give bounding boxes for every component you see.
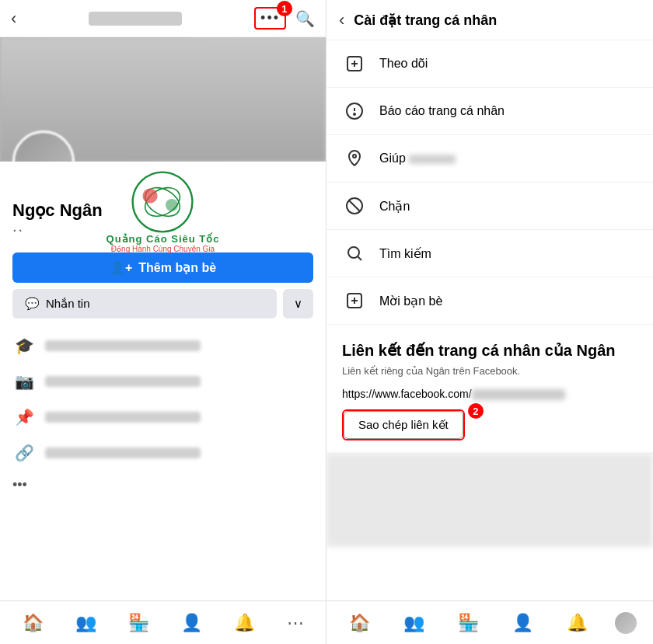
pinterest-content xyxy=(45,412,201,423)
right-nav-friends-icon[interactable]: 👥 xyxy=(397,607,431,639)
right-back-button[interactable]: ‹ xyxy=(339,10,344,30)
nav-notifications-icon[interactable]: 🔔 xyxy=(228,607,261,639)
pinterest-icon: 📌 xyxy=(12,406,36,429)
instagram-icon: 📷 xyxy=(12,370,36,393)
profile-info: Ngọc Ngân ·· xyxy=(0,162,326,246)
svg-point-14 xyxy=(348,247,359,258)
message-button[interactable]: 💬 Nhắn tin xyxy=(12,289,277,319)
svg-line-13 xyxy=(349,200,360,211)
more-options-icon[interactable]: ••• xyxy=(260,10,280,26)
follow-label: Theo dõi xyxy=(379,57,428,71)
svg-point-11 xyxy=(353,155,356,158)
message-label: Nhắn tin xyxy=(46,297,90,311)
left-panel: ‹ ••• 1 🔍 Ngọc Ngân ·· 👤+ Thêm bạn bè 💬 … xyxy=(0,0,326,644)
menu-item-follow[interactable]: Theo dõi xyxy=(326,40,653,88)
more-actions-button[interactable]: ∨ xyxy=(283,289,313,319)
nav-profile-icon[interactable]: 👤 xyxy=(175,607,208,639)
block-label: Chặn xyxy=(379,199,410,214)
education-icon: 🎓 xyxy=(12,334,36,357)
social-item-link: 🔗 xyxy=(12,441,313,465)
help-label: Giúp xyxy=(379,151,456,165)
svg-line-15 xyxy=(358,257,362,261)
right-nav-avatar[interactable] xyxy=(615,612,637,634)
invite-label: Mời bạn bè xyxy=(379,294,442,308)
right-nav-marketplace-icon[interactable]: 🏪 xyxy=(452,607,485,639)
report-label: Báo cáo trang cá nhân xyxy=(379,104,505,118)
more-options-wrapper: ••• 1 xyxy=(254,7,286,30)
right-nav-notifications-icon[interactable]: 🔔 xyxy=(560,607,594,639)
right-panel: ‹ Cài đặt trang cá nhân Theo dõi xyxy=(326,0,653,644)
left-header: ‹ ••• 1 🔍 xyxy=(0,0,326,37)
step1-badge: 1 xyxy=(277,1,292,16)
more-dots[interactable]: ••• xyxy=(0,474,326,540)
copy-link-button[interactable]: Sao chép liên kết xyxy=(344,411,463,439)
nav-more-icon[interactable]: ⋯ xyxy=(281,607,310,639)
right-panel-title: Cài đặt trang cá nhân xyxy=(354,12,497,29)
search-icon[interactable]: 🔍 xyxy=(295,9,315,28)
menu-item-block[interactable]: Chặn xyxy=(326,183,653,230)
cover-photo xyxy=(0,37,326,162)
menu-item-invite[interactable]: Mời bạn bè xyxy=(326,277,653,325)
messenger-icon: 💬 xyxy=(25,297,40,311)
link-content xyxy=(45,447,201,458)
link-icon: 🔗 xyxy=(12,441,36,465)
action-buttons: 👤+ Thêm bạn bè 💬 Nhắn tin ∨ xyxy=(0,246,326,325)
step2-badge: 2 xyxy=(468,403,484,419)
invite-icon xyxy=(342,288,367,313)
follow-icon xyxy=(342,51,367,76)
svg-point-10 xyxy=(354,113,355,115)
nav-marketplace-icon[interactable]: 🏪 xyxy=(122,607,155,639)
social-item-education: 🎓 xyxy=(12,334,313,357)
link-section: Liên kết đến trang cá nhân của Ngân Liên… xyxy=(326,325,653,454)
profile-subtitle: ·· xyxy=(12,221,313,238)
search-label: Tìm kiếm xyxy=(379,246,431,261)
report-icon xyxy=(342,99,367,124)
menu-item-help[interactable]: Giúp xyxy=(326,135,653,183)
profile-name-blurred xyxy=(89,12,182,26)
menu-item-search[interactable]: Tìm kiếm xyxy=(326,230,653,277)
education-content xyxy=(45,340,201,351)
blurred-content xyxy=(326,454,653,547)
instagram-content xyxy=(45,376,201,387)
link-url: https://www.facebook.com/ xyxy=(342,388,637,400)
nav-home-icon[interactable]: 🏠 xyxy=(16,607,50,639)
right-nav-home-icon[interactable]: 🏠 xyxy=(343,607,376,639)
copy-link-area: Sao chép liên kết 2 xyxy=(342,409,637,440)
settings-menu-list: Theo dõi Báo cáo trang cá nhân Giúp xyxy=(326,40,653,644)
profile-name: Ngọc Ngân xyxy=(12,200,313,221)
block-icon xyxy=(342,193,367,218)
left-bottom-nav: 🏠 👥 🏪 👤 🔔 ⋯ xyxy=(0,600,326,644)
right-bottom-nav: 🏠 👥 🏪 👤 🔔 xyxy=(326,600,653,644)
search-menu-icon xyxy=(342,241,367,266)
header-icons: ••• 1 🔍 xyxy=(254,7,315,30)
add-friend-button[interactable]: 👤+ Thêm bạn bè xyxy=(12,252,313,283)
link-section-title: Liên kết đến trang cá nhân của Ngân xyxy=(342,340,637,360)
add-friend-label: Thêm bạn bè xyxy=(138,260,216,275)
link-section-subtitle: Liên kết riêng của Ngân trên Facebook. xyxy=(342,365,637,377)
menu-item-report[interactable]: Báo cáo trang cá nhân xyxy=(326,88,653,135)
nav-friends-icon[interactable]: 👥 xyxy=(69,607,103,639)
social-item-pinterest: 📌 xyxy=(12,406,313,429)
social-links: 🎓 📷 📌 🔗 xyxy=(0,325,326,474)
left-back-button[interactable]: ‹ xyxy=(11,9,16,29)
help-icon xyxy=(342,146,367,171)
social-item-instagram: 📷 xyxy=(12,370,313,393)
right-nav-profile-icon[interactable]: 👤 xyxy=(506,607,540,639)
right-header: ‹ Cài đặt trang cá nhân xyxy=(326,0,653,40)
copy-button-wrapper: Sao chép liên kết 2 xyxy=(342,409,465,440)
add-friend-icon: 👤+ xyxy=(110,260,132,275)
message-row: 💬 Nhắn tin ∨ xyxy=(12,289,313,319)
